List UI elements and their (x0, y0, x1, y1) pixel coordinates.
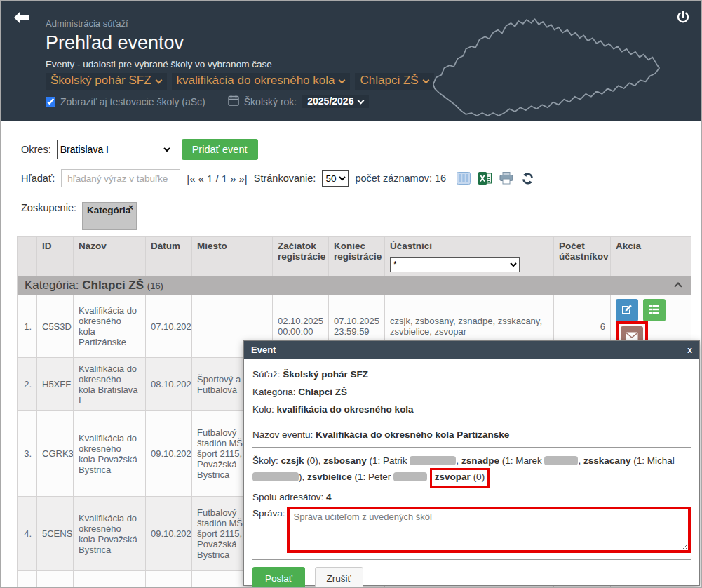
remove-group-icon[interactable]: × (128, 203, 133, 213)
nazov-eventu-label: Názov eventu: (252, 429, 313, 440)
pagination-last[interactable]: »| (238, 173, 247, 185)
cell-id (37, 571, 74, 588)
cell-num: 2. (18, 358, 37, 411)
group-by-label: Zoskupenie: (21, 202, 76, 213)
cell-nazov: Kvalifikácia do okresného kola Považská … (74, 411, 146, 497)
kategoria-value: Chlapci ZŠ (298, 387, 347, 397)
search-input[interactable] (61, 169, 180, 187)
close-icon[interactable]: x (687, 345, 692, 355)
divider (252, 559, 691, 560)
chevron-down-icon (339, 77, 346, 84)
column-header-Začiatok registrácie[interactable]: Začiatok registrácie (273, 237, 329, 276)
column-header-Akcia: Akcia (611, 237, 691, 276)
school-separator: , (456, 455, 461, 466)
annotation-box-zsvopar: zsvopar (0) (430, 468, 490, 487)
group-chip-kategoria[interactable]: Kategória × (82, 202, 137, 230)
participants-filter-select[interactable]: * (390, 257, 520, 272)
page-subtitle: Eventy - udalosti pre vybrané školy vo v… (46, 59, 434, 69)
pagination-first[interactable]: |« (187, 173, 195, 185)
add-event-button[interactable]: Pridať event (182, 139, 258, 160)
divider (252, 447, 691, 448)
kolo-value: kvalifikácia do okresného kola (277, 404, 414, 415)
chevron-down-icon (155, 77, 162, 84)
show-test-schools-checkbox[interactable] (46, 97, 55, 107)
refresh-icon[interactable] (521, 172, 534, 185)
power-icon[interactable] (675, 10, 691, 28)
page-header: Administrácia súťaží Prehľad eventov Eve… (1, 1, 701, 121)
pagination-prev[interactable]: « (198, 173, 204, 185)
sutaz-label: Súťaž: (252, 369, 281, 380)
column-header-Dátum[interactable]: Dátum▲ (146, 237, 192, 276)
cell-datum: 07.10.2025 (146, 295, 192, 358)
filter-competition[interactable]: Školský pohár SFZ (46, 73, 167, 90)
send-button[interactable]: Poslať (252, 567, 305, 588)
filter-round[interactable]: kvalifikácia do okresného kola (172, 73, 351, 90)
school-name: zsnadpe (461, 455, 499, 466)
cell-datum: 08.10.2025 (146, 358, 192, 411)
back-arrow-icon[interactable] (13, 10, 31, 28)
participant-list-button[interactable] (643, 299, 666, 321)
cell-nazov: Kvalifikácia do okresného kola Bratislav… (74, 358, 146, 411)
school-name: zsskacany (583, 455, 631, 466)
sprava-label: Správa: (252, 507, 285, 519)
breadcrumb: Administrácia súťaží (46, 18, 434, 29)
nazov-eventu-value: Kvalifikácia do okresného kola Partizáns… (316, 429, 509, 440)
group-name: Chlapci ZŠ (82, 279, 144, 292)
paging-label: Stránkovanie: (254, 173, 316, 184)
slovakia-map-outline (429, 15, 661, 119)
cell-id: H5XFF (37, 358, 74, 411)
spolu-value: 4 (326, 492, 332, 502)
edit-pencil-icon (621, 304, 633, 317)
school-detail: (1: Marek (499, 455, 545, 466)
collapse-chevron-icon[interactable] (674, 282, 682, 290)
pagination-current: 1 / 1 (207, 173, 227, 185)
app-window: Administrácia súťaží Prehľad eventov Eve… (0, 0, 702, 588)
school-detail: (1: Michal (630, 455, 674, 466)
column-header-ID[interactable]: ID (37, 237, 74, 276)
okres-label: Okres: (21, 144, 51, 155)
group-count: (16) (147, 281, 163, 291)
chevron-down-icon (422, 77, 429, 84)
school-year-label: Školský rok: (244, 96, 297, 107)
edit-event-button[interactable] (616, 299, 638, 321)
school-detail: (0) (471, 472, 485, 482)
cell-datum (146, 571, 192, 588)
column-header-Miesto[interactable]: Miesto (192, 237, 273, 276)
kategoria-label: Kategória: (252, 387, 296, 397)
school-name: zsvbielice (307, 472, 352, 482)
record-count: počet záznamov: 16 (355, 173, 446, 184)
show-test-schools-label: Zobraziť aj testovacie školy (aSc) (60, 96, 205, 107)
school-name: zsbosany (323, 455, 367, 466)
dialog-title: Event (251, 345, 276, 355)
divider (252, 422, 691, 422)
cell-id: C5S3D (37, 295, 74, 358)
redacted-name (544, 456, 578, 465)
column-header-Názov[interactable]: Názov (74, 237, 146, 276)
group-row: Kategória: Chlapci ZŠ (16) (18, 276, 691, 295)
column-header-Počet účastníkov: Počet účastníkov (554, 237, 611, 276)
pagination: |« « 1 / 1 » »| (187, 173, 247, 185)
cell-num: 4. (18, 497, 37, 571)
group-prefix: Kategória: (25, 279, 82, 292)
competition-filters: Školský pohár SFZ kvalifikácia do okresn… (46, 73, 434, 90)
excel-export-icon[interactable] (478, 172, 492, 185)
page-size-select[interactable]: 50 (322, 170, 349, 187)
cancel-button[interactable]: Zrušiť (315, 567, 363, 588)
message-textarea[interactable] (287, 507, 691, 553)
printer-icon[interactable] (499, 172, 513, 185)
cell-datum: 09.10.2025 (146, 411, 192, 497)
cell-id: CGRK3 (37, 411, 74, 497)
redacted-name (410, 456, 456, 465)
column-header-Účastníci[interactable]: Účastníci* (385, 237, 554, 276)
pagination-next[interactable]: » (230, 173, 236, 185)
calendar-icon (228, 95, 239, 108)
school-detail: (1: Patrik (367, 455, 410, 466)
event-dialog: Event x Súťaž: Školský pohár SFZ Kategór… (243, 340, 700, 586)
table-columns-icon[interactable] (457, 172, 471, 185)
school-detail: (0), (304, 455, 324, 466)
redacted-name (252, 472, 299, 481)
okres-select[interactable]: Bratislava I (57, 140, 173, 159)
column-header-Koniec registrácie[interactable]: Koniec registrácie (329, 237, 385, 276)
school-year-select[interactable]: 2025/2026 (302, 95, 369, 108)
filter-category[interactable]: Chlapci ZŠ (355, 73, 433, 90)
